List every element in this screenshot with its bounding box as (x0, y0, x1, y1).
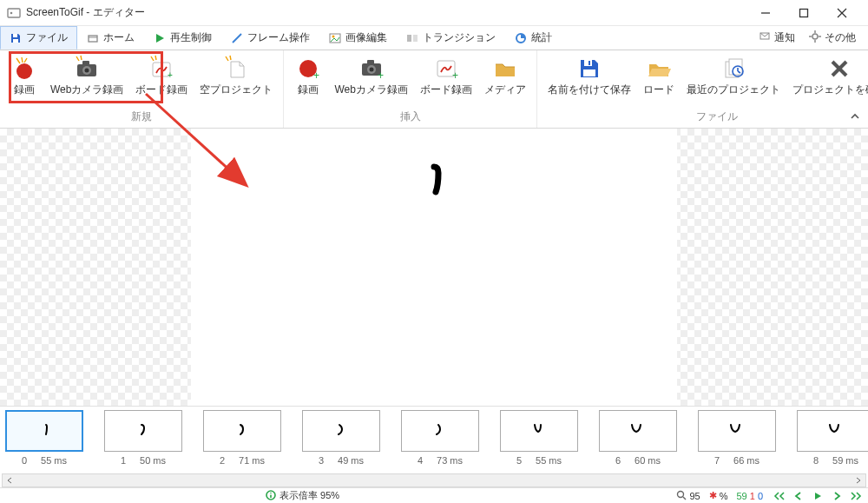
frame-index: 2 (220, 455, 225, 466)
window-maximize-button[interactable] (785, 1, 823, 25)
thumb (104, 410, 182, 452)
frame-thumbnail[interactable]: 1 50 ms (104, 410, 182, 466)
thumb (500, 410, 578, 452)
ribbon-tabs: ファイル ホーム 再生制御 フレーム操作 画像編集 トランジション 統計 通知 … (0, 26, 868, 50)
tab-label: 統計 (531, 30, 552, 45)
svg-marker-58 (815, 493, 821, 500)
svg-point-20 (812, 34, 818, 39)
svg-rect-41 (584, 60, 592, 66)
canvas[interactable] (191, 129, 677, 407)
folder-icon (492, 56, 518, 82)
scroll-left-button[interactable] (3, 474, 16, 486)
button-label: 録画 (14, 84, 35, 96)
ribbon-collapse-button[interactable] (847, 109, 863, 124)
webcam-icon: + (358, 56, 385, 82)
insert-record-button[interactable]: + 録画 (289, 52, 327, 108)
button-label: 最近のプロジェクト (687, 84, 780, 96)
frame-thumbnail[interactable]: 4 73 ms (401, 410, 479, 466)
frame-thumbnail[interactable]: 5 55 ms (500, 410, 578, 466)
tab-frame[interactable]: フレーム操作 (221, 26, 319, 50)
magnifier-value: 95 (689, 491, 700, 501)
home-icon (87, 32, 99, 44)
svg-rect-29 (82, 61, 89, 65)
svg-line-18 (760, 33, 765, 36)
save-icon (576, 56, 602, 82)
notify-button[interactable]: 通知 (753, 29, 800, 47)
insert-webcam-button[interactable]: + Webカメラ録画 (329, 52, 412, 108)
tab-home[interactable]: ホーム (77, 26, 144, 50)
svg-text:+: + (378, 69, 384, 82)
thumb (401, 410, 479, 452)
frame-thumbnail[interactable]: 3 49 ms (302, 410, 380, 466)
new-empty-button[interactable]: 空プロジェクト (194, 52, 278, 108)
button-label: プロジェクトを破棄 (792, 84, 868, 96)
frame-index: 6 (615, 455, 621, 466)
step-forward-button[interactable] (828, 489, 845, 503)
frame-index: 0 (22, 455, 27, 466)
notify-icon (759, 30, 771, 45)
goto-last-button[interactable] (847, 489, 865, 503)
frame-index: 1 (121, 455, 126, 466)
horizontal-scrollbar[interactable] (2, 473, 866, 487)
status-bar: 表示倍率 95% 95 ✱ % 59 1 0 (0, 487, 868, 503)
tab-label: 再生制御 (170, 30, 212, 45)
status-percent[interactable]: ✱ % (705, 490, 733, 501)
play-button[interactable] (809, 489, 826, 503)
recent-icon (720, 56, 746, 82)
recent-projects-button[interactable]: 最近のプロジェクト (681, 52, 786, 108)
svg-line-19 (765, 33, 769, 36)
new-board-button[interactable]: + ボード録画 (130, 52, 193, 108)
zoom-indicator: 表示倍率 95% (260, 489, 345, 502)
ribbon-group-file: 名前を付けて保存 ロード 最近のプロジェクト プロジェクトを破棄 ファイル (537, 50, 868, 128)
playback-controls (767, 489, 868, 503)
frame-duration: 73 ms (437, 455, 463, 466)
goto-first-button[interactable] (771, 489, 788, 503)
app-icon (7, 6, 21, 20)
tab-label: フレーム操作 (247, 30, 310, 45)
svg-point-13 (332, 35, 335, 37)
tab-stats[interactable]: 統計 (505, 26, 562, 50)
discard-project-button[interactable]: プロジェクトを破棄 (787, 52, 868, 108)
insert-board-button[interactable]: + ボード録画 (415, 52, 477, 108)
frame-thumbnail[interactable]: 2 71 ms (203, 410, 281, 466)
new-webcam-button[interactable]: Webカメラ録画 (45, 52, 128, 108)
record-icon (11, 56, 37, 82)
frame-thumbnail[interactable]: 8 59 ms (797, 410, 868, 466)
frame-thumbnail[interactable]: 7 66 ms (698, 410, 776, 466)
status-magnifier[interactable]: 95 (672, 490, 704, 502)
frames-strip[interactable]: 0 55 ms 1 50 ms 2 71 ms 3 49 ms 4 73 ms (0, 406, 868, 473)
frame-duration: 60 ms (635, 455, 661, 466)
tab-transition[interactable]: トランジション (397, 26, 505, 50)
close-icon (826, 56, 852, 82)
ribbon: 録画 Webカメラ録画 + ボード録画 空プロジェクト 新規 + 録画 (0, 50, 868, 129)
step-back-button[interactable] (790, 489, 807, 503)
tab-playback[interactable]: 再生制御 (144, 26, 221, 50)
scroll-right-button[interactable] (852, 474, 865, 486)
status-counts: 59 1 0 (733, 491, 768, 501)
tab-file[interactable]: ファイル (0, 26, 77, 50)
frame-duration: 71 ms (239, 455, 265, 466)
insert-media-button[interactable]: メディア (479, 52, 531, 108)
frame-duration: 59 ms (832, 455, 858, 466)
frame-index: 3 (319, 455, 324, 466)
thumb (5, 410, 83, 452)
window-minimize-button[interactable] (746, 1, 785, 25)
record-icon: + (295, 56, 321, 82)
window-close-button[interactable] (823, 1, 861, 25)
image-icon (329, 32, 341, 44)
load-button[interactable]: ロード (638, 52, 680, 108)
frame-thumbnail[interactable]: 6 60 ms (599, 410, 677, 466)
count-a: 59 (737, 491, 747, 501)
frame-thumbnail[interactable]: 0 55 ms (5, 410, 83, 466)
tab-image[interactable]: 画像編集 (319, 26, 397, 50)
ribbon-group-insert: + 録画 + Webカメラ録画 + ボード録画 メディア 挿入 (284, 50, 536, 128)
svg-rect-15 (413, 35, 418, 42)
button-label: Webカメラ録画 (50, 84, 123, 96)
window-title: ScreenToGif - エディター (26, 5, 746, 20)
new-record-button[interactable]: 録画 (5, 52, 43, 108)
svg-rect-42 (583, 69, 595, 76)
other-button[interactable]: その他 (804, 29, 861, 47)
svg-rect-3 (800, 9, 808, 17)
save-as-button[interactable]: 名前を付けて保存 (542, 52, 636, 108)
percent-icon: ✱ (709, 490, 717, 501)
